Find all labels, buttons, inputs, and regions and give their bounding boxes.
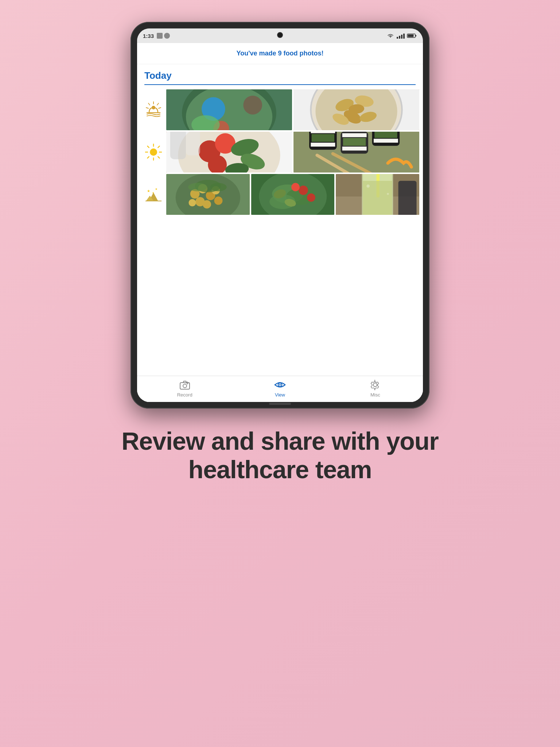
svg-line-32 <box>148 146 149 148</box>
svg-line-34 <box>158 146 159 148</box>
bottom-text-section: Review and share with your healthcare te… <box>92 427 468 484</box>
svg-point-75 <box>203 200 211 209</box>
stars-mountain-icon: ★ ★ ★ <box>144 185 163 204</box>
svg-rect-48 <box>311 132 335 133</box>
svg-point-76 <box>188 199 196 206</box>
svg-point-87 <box>307 193 315 202</box>
svg-point-79 <box>210 183 227 191</box>
status-right <box>386 33 417 39</box>
eye-icon <box>274 379 286 391</box>
signal-icon <box>397 33 405 39</box>
svg-line-33 <box>158 156 159 158</box>
tablet-frame: 1:33 <box>131 22 429 409</box>
battery-icon <box>407 33 417 38</box>
svg-line-4 <box>157 103 159 105</box>
svg-point-97 <box>387 193 389 195</box>
nav-view[interactable]: View <box>232 379 327 398</box>
tablet-device: 1:33 <box>131 22 429 409</box>
status-left: 1:33 <box>143 33 170 39</box>
photo-sushi[interactable] <box>293 132 419 173</box>
front-camera <box>277 32 283 38</box>
nav-record[interactable]: Record <box>137 379 232 398</box>
svg-rect-1 <box>415 35 416 36</box>
today-title: Today <box>144 70 172 81</box>
photo-cashews[interactable] <box>293 89 419 130</box>
svg-rect-45 <box>186 132 200 155</box>
svg-point-104 <box>279 384 281 386</box>
svg-point-86 <box>291 183 300 191</box>
sim-icon <box>157 33 163 39</box>
photo-salad[interactable] <box>166 89 292 130</box>
status-time: 1:33 <box>143 33 154 39</box>
nav-record-label: Record <box>177 392 192 398</box>
photo-green-salad[interactable] <box>251 174 335 215</box>
app-content: You've made 9 food photos! Today <box>137 43 423 402</box>
dinner-photos <box>166 174 419 215</box>
bottom-nav: Record View <box>137 376 423 402</box>
svg-line-35 <box>148 156 149 158</box>
svg-point-15 <box>243 96 262 115</box>
gear-icon <box>369 379 381 391</box>
photo-chickpea[interactable] <box>166 174 250 215</box>
svg-line-5 <box>159 108 161 108</box>
svg-point-27 <box>150 148 157 156</box>
meal-row-breakfast <box>141 89 419 130</box>
svg-rect-55 <box>374 139 398 143</box>
svg-point-9 <box>152 106 155 109</box>
sun-icon <box>144 143 163 162</box>
nav-view-label: View <box>275 392 285 398</box>
svg-line-6 <box>148 103 150 105</box>
svg-rect-98 <box>398 181 417 215</box>
sunrise-icon <box>144 100 163 119</box>
status-icons <box>157 33 170 39</box>
svg-point-78 <box>188 183 207 191</box>
svg-point-100 <box>183 384 187 388</box>
svg-rect-57 <box>343 138 366 146</box>
photo-veggies[interactable] <box>166 132 292 173</box>
svg-text:★: ★ <box>147 189 150 193</box>
breakfast-photos <box>166 89 419 130</box>
svg-rect-99 <box>180 383 190 389</box>
lunch-icon <box>141 143 166 162</box>
bottom-line2: healthcare team <box>188 456 372 483</box>
svg-rect-56 <box>312 134 335 142</box>
bottom-line1: Review and share with your <box>121 427 439 455</box>
svg-point-74 <box>214 197 222 205</box>
food-photos-banner: You've made 9 food photos! <box>137 43 423 64</box>
lunch-photos <box>166 132 419 173</box>
meal-row-dinner: ★ ★ ★ <box>141 174 419 215</box>
svg-rect-49 <box>311 143 335 147</box>
today-section[interactable]: Today <box>137 64 423 376</box>
bottom-headline: Review and share with your healthcare te… <box>121 427 439 484</box>
svg-text:★: ★ <box>155 187 158 191</box>
meals-grid: ★ ★ ★ <box>137 89 423 220</box>
svg-rect-51 <box>342 133 367 137</box>
nav-misc-label: Misc <box>370 392 380 398</box>
notification-icon <box>164 33 170 39</box>
svg-line-7 <box>146 108 148 108</box>
food-photos-text: You've made 9 food photos! <box>237 50 324 57</box>
dinner-icon: ★ ★ ★ <box>141 185 166 204</box>
camera-plus-icon <box>179 379 191 391</box>
breakfast-icon <box>141 100 166 119</box>
photo-smoothie[interactable] <box>336 174 419 215</box>
svg-rect-44 <box>170 132 186 159</box>
today-divider <box>144 84 416 85</box>
tablet-screen: 1:33 <box>137 28 423 402</box>
svg-rect-58 <box>374 132 397 138</box>
wifi-icon <box>386 33 394 39</box>
svg-rect-2 <box>408 35 414 37</box>
svg-point-105 <box>373 383 377 387</box>
nav-misc[interactable]: Misc <box>328 379 423 398</box>
svg-rect-52 <box>342 147 367 151</box>
meal-row-lunch <box>141 132 419 173</box>
tablet-speaker <box>269 403 291 405</box>
today-header: Today <box>137 64 423 84</box>
svg-point-85 <box>299 186 308 195</box>
svg-point-96 <box>367 185 370 188</box>
